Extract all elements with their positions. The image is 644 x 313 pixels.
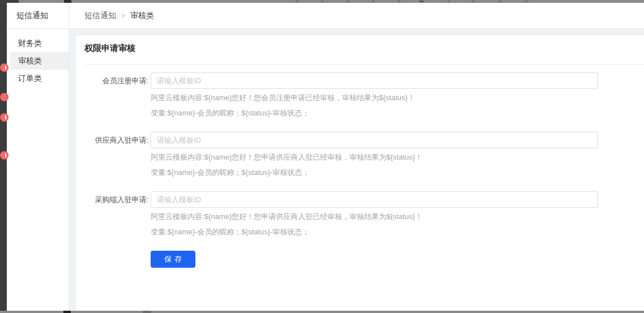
- sidebar-item-review[interactable]: 审核类: [10, 52, 69, 70]
- template-variables-hint: 变量:${name}-会员的昵称；${status}-审核状态；: [151, 228, 644, 236]
- template-variables-hint: 变量:${name}-会员的昵称；${status}-审核状态；: [151, 109, 644, 117]
- sidebar-menu: 财务类 审核类 订单类: [7, 35, 69, 87]
- form-field-purchaser-entry: 采购端入驻申请: 阿里云模板内容:${name}您好！您申请供应商入驻已经审核，…: [84, 191, 644, 236]
- notification-badge: [0, 113, 8, 122]
- template-id-input[interactable]: [151, 132, 598, 148]
- sidebar-item-order[interactable]: 订单类: [7, 70, 69, 87]
- chevron-right-icon: >: [121, 12, 125, 20]
- main-area: 短信通知 > 审核类 权限申请审核 会员注册申请: 阿里云模板内容:${: [69, 3, 644, 311]
- template-content-hint: 阿里云模板内容:${name}您好！您申请供应商入驻已经审核，审核结果为${st…: [151, 153, 644, 161]
- template-variables-hint: 变量:${name}-会员的昵称；${status}-审核状态；: [151, 169, 644, 177]
- template-content-hint: 阿里云模板内容:${name}您好！您会员注册申请已经审核，审核结果为${sta…: [151, 94, 644, 102]
- sidebar-item-finance[interactable]: 财务类: [7, 35, 69, 52]
- save-button[interactable]: 保存: [151, 251, 195, 268]
- template-id-input[interactable]: [151, 72, 598, 89]
- field-label: 采购端入驻申请:: [84, 191, 148, 208]
- breadcrumb: 短信通知 > 审核类: [69, 3, 644, 29]
- app-window: 短信通知 财务类 审核类 订单类 短信通知 > 审核类 权限申请审核: [0, 0, 644, 313]
- window-edge-tick: [472, 1, 474, 2]
- form-field-member-register: 会员注册申请: 阿里云模板内容:${name}您好！您会员注册申请已经审核，审核…: [84, 72, 644, 117]
- sidebar: 短信通知 财务类 审核类 订单类: [7, 3, 69, 311]
- window-edge-tick: [321, 1, 323, 2]
- breadcrumb-item-current: 审核类: [130, 11, 154, 21]
- field-label: 会员注册申请:: [84, 72, 148, 89]
- left-dock-strip: [0, 3, 7, 311]
- notification-badge: [0, 151, 8, 160]
- window-top-edge: [0, 0, 644, 3]
- page-title: 权限申请审核: [84, 43, 644, 53]
- notification-badge: [0, 63, 8, 72]
- window-edge-segment: [0, 0, 19, 3]
- template-form: 会员注册申请: 阿里云模板内容:${name}您好！您会员注册申请已经审核，审核…: [84, 72, 644, 268]
- divider: [84, 64, 644, 65]
- window-edge-tick: [398, 1, 400, 2]
- window-edge-tick: [372, 1, 374, 2]
- template-content-hint: 阿里云模板内容:${name}您好！您申请供应商入驻已经审核，审核结果为${st…: [151, 213, 644, 221]
- window-edge-tick: [347, 1, 349, 2]
- window-edge-segment: [64, 0, 71, 3]
- window-edge-segment: [63, 311, 71, 313]
- admin-app: 短信通知 财务类 审核类 订单类 短信通知 > 审核类 权限申请审核: [7, 3, 644, 311]
- window-edge-tick: [447, 1, 450, 2]
- window-edge-segment: [143, 311, 151, 313]
- content-area: 权限申请审核 会员注册申请: 阿里云模板内容:${name}您好！您会员注册申请…: [69, 29, 644, 311]
- sidebar-title: 短信通知: [7, 3, 69, 29]
- window-bottom-edge: [0, 311, 644, 313]
- form-field-supplier-entry: 供应商入驻申请: 阿里云模板内容:${name}您好！您申请供应商入驻已经审核，…: [84, 132, 644, 177]
- template-id-input[interactable]: [151, 191, 598, 208]
- notification-badge: [0, 93, 8, 101]
- window-edge-tick: [296, 1, 298, 2]
- window-edge-tick: [525, 1, 527, 2]
- window-edge-tick: [419, 1, 424, 2]
- form-card: 权限申请审核 会员注册申请: 阿里云模板内容:${name}您好！您会员注册申请…: [76, 36, 644, 311]
- breadcrumb-item-sms-notify[interactable]: 短信通知: [84, 11, 116, 21]
- field-label: 供应商入驻申请:: [84, 132, 148, 148]
- window-edge-tick: [498, 1, 501, 2]
